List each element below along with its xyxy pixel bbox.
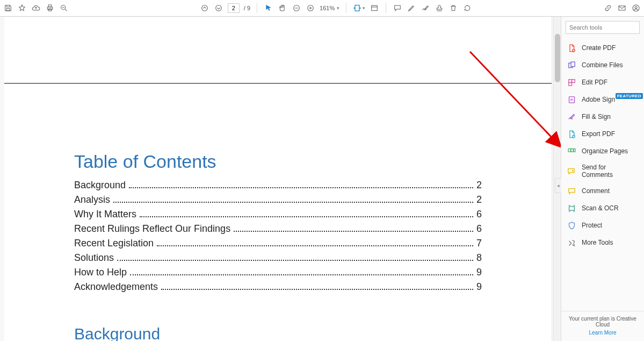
page-number-input[interactable] — [228, 3, 240, 13]
share-link-icon[interactable] — [603, 3, 613, 13]
star-icon[interactable] — [17, 3, 27, 13]
zoom-out-glass-icon[interactable] — [59, 3, 69, 13]
tool-fill-sign[interactable]: Fill & Sign — [561, 108, 644, 125]
tool-edit-pdf[interactable]: Edit PDF — [561, 74, 644, 91]
search-tools-input[interactable] — [566, 21, 640, 34]
comment-icon — [567, 186, 576, 196]
toc-entry-page: 7 — [476, 238, 482, 249]
svg-rect-19 — [571, 79, 575, 82]
toc-entry-page: 9 — [476, 281, 482, 293]
toc-entry-page: 8 — [476, 252, 482, 264]
svg-point-6 — [215, 5, 221, 11]
svg-rect-26 — [569, 206, 574, 210]
fit-width-dropdown[interactable]: ▾ — [353, 4, 365, 12]
toc-dots — [117, 260, 473, 261]
toc-entry-label: Why It Matters — [74, 209, 136, 220]
toc-entry[interactable]: Solutions8 — [74, 252, 482, 264]
tool-label: Organize Pages — [582, 147, 628, 155]
section-heading-background: Background — [74, 325, 482, 341]
svg-rect-25 — [574, 148, 575, 152]
toc-entry-label: Recent Rulings Reflect Our Findings — [74, 223, 230, 235]
document-page: Table of Contents Background2Analysis2Wh… — [4, 17, 552, 341]
save-icon[interactable] — [3, 3, 13, 13]
more-tools-icon — [567, 238, 576, 247]
toc-entry-label: Solutions — [74, 252, 114, 264]
chevron-down-icon: ▾ — [363, 5, 365, 11]
tool-export-pdf[interactable]: Export PDF — [561, 125, 644, 143]
zoom-level-value: 161% — [320, 5, 335, 11]
zoom-in-icon[interactable] — [306, 3, 315, 13]
read-mode-icon[interactable] — [370, 3, 379, 13]
tool-label: Comment — [582, 187, 610, 195]
svg-rect-2 — [48, 5, 51, 7]
comment-icon[interactable] — [393, 3, 402, 13]
svg-rect-1 — [47, 7, 52, 10]
toc-entry-page: 6 — [476, 223, 482, 235]
top-toolbar: / 9 161%▾ ▾ — [0, 0, 644, 17]
svg-rect-20 — [568, 82, 571, 86]
toc-entry[interactable]: Why It Matters6 — [74, 209, 482, 220]
create-pdf-icon — [567, 43, 576, 53]
toc-entry[interactable]: Recent Rulings Reflect Our Findings6 — [74, 223, 482, 235]
tool-combine-files[interactable]: Combine Files — [561, 56, 644, 74]
tool-label: Combine Files — [582, 61, 623, 69]
email-icon[interactable] — [617, 3, 627, 13]
toc-dots — [140, 216, 473, 217]
stamp-icon[interactable] — [435, 3, 444, 13]
toc-dots — [130, 274, 473, 275]
tool-scan-ocr[interactable]: Scan & OCR — [561, 200, 644, 217]
scrollbar-thumb[interactable] — [555, 34, 560, 82]
edit-pdf-icon — [567, 77, 576, 87]
toc-entry[interactable]: Analysis2 — [74, 194, 482, 205]
toc-dots — [129, 187, 473, 188]
tool-list: Create PDFCombine FilesEdit PDFAdobe Sig… — [561, 38, 644, 252]
tool-more-tools[interactable]: More Tools — [561, 234, 644, 251]
tool-label: Create PDF — [582, 44, 616, 52]
page-down-icon[interactable] — [214, 3, 223, 13]
tools-panel: ◂ Create PDFCombine FilesEdit PDFAdobe S… — [561, 17, 644, 341]
plan-text: Your current plan is Creative Cloud — [567, 316, 639, 328]
tool-adobe-sign[interactable]: Adobe SignFEATURED — [561, 91, 644, 108]
page-total-label: / 9 — [244, 5, 250, 11]
toc-entry-label: Analysis — [74, 194, 110, 205]
select-arrow-icon[interactable] — [264, 3, 273, 13]
toc-entry-label: How to Help — [74, 267, 127, 278]
svg-rect-10 — [372, 5, 378, 10]
svg-rect-3 — [48, 9, 51, 11]
learn-more-link[interactable]: Learn More — [567, 330, 639, 336]
tool-send-comments[interactable]: Send for Comments — [561, 160, 644, 182]
sign-icon[interactable] — [421, 3, 430, 13]
zoom-out-icon[interactable] — [292, 3, 301, 13]
account-icon[interactable] — [631, 3, 641, 13]
rotate-icon[interactable] — [462, 3, 472, 13]
trash-icon[interactable] — [448, 3, 458, 13]
toc-entry[interactable]: Background2 — [74, 180, 482, 191]
tool-protect[interactable]: Protect — [561, 217, 644, 234]
cloud-upload-icon[interactable] — [31, 3, 41, 13]
document-viewport[interactable]: Table of Contents Background2Analysis2Wh… — [0, 17, 561, 341]
zoom-level-dropdown[interactable]: 161%▾ — [320, 5, 339, 11]
fill-sign-icon — [567, 112, 576, 122]
toc-list: Background2Analysis2Why It Matters6Recen… — [74, 180, 482, 293]
tool-create-pdf[interactable]: Create PDF — [561, 39, 644, 56]
tool-label: Export PDF — [582, 130, 615, 138]
toc-entry[interactable]: Acknowledgements9 — [74, 281, 482, 293]
toc-entry[interactable]: How to Help9 — [74, 267, 482, 278]
toc-entry-page: 2 — [476, 180, 482, 191]
hand-pan-icon[interactable] — [278, 3, 287, 13]
svg-rect-11 — [619, 6, 625, 10]
toc-entry-label: Acknowledgements — [74, 281, 158, 293]
tool-label: Fill & Sign — [582, 113, 611, 120]
toc-entry[interactable]: Recent Legislation7 — [74, 238, 482, 249]
print-icon[interactable] — [45, 3, 55, 13]
svg-rect-24 — [571, 148, 573, 152]
svg-rect-0 — [6, 9, 9, 11]
tool-organize-pages[interactable]: Organize Pages — [561, 143, 644, 160]
highlight-icon[interactable] — [407, 3, 416, 13]
svg-point-5 — [201, 5, 207, 11]
tool-label: Protect — [582, 222, 602, 229]
page-up-icon[interactable] — [200, 3, 209, 13]
adobe-sign-icon — [567, 95, 576, 104]
tool-comment[interactable]: Comment — [561, 182, 644, 200]
collapse-panel-tab[interactable]: ◂ — [555, 178, 561, 193]
